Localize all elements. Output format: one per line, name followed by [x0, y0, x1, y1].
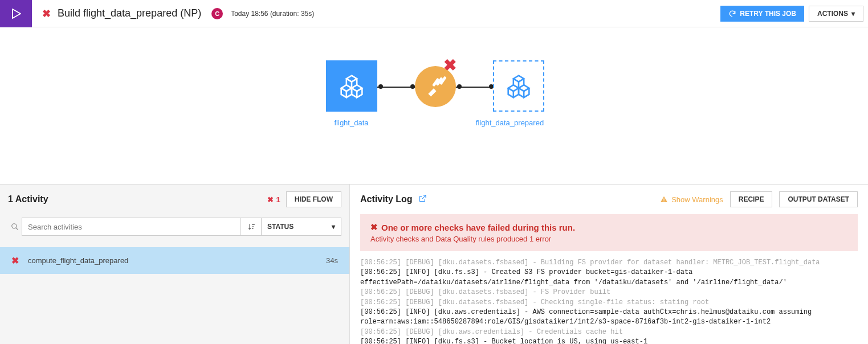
hide-flow-button[interactable]: HIDE FLOW: [286, 191, 341, 207]
activity-duration: 34s: [326, 256, 338, 265]
header-actions: RETRY THIS JOB ACTIONS ▾: [720, 6, 868, 22]
svg-rect-6: [664, 200, 665, 201]
run-timestamp: Today 18:56 (duration: 35s): [231, 10, 314, 18]
activities-header: 1 Activity ✖ 1 HIDE FLOW: [0, 185, 349, 214]
activities-panel: 1 Activity ✖ 1 HIDE FLOW STATUS: [0, 185, 350, 344]
retry-job-button[interactable]: RETRY THIS JOB: [720, 6, 804, 22]
flow-node-target[interactable]: flight_data_prepared: [484, 60, 553, 127]
log-line: [00:56:25] [INFO] [dku.fs.s3] - Created …: [360, 268, 787, 286]
prepare-recipe-icon: [425, 76, 446, 97]
flow-canvas[interactable]: flight_data ✖: [0, 27, 868, 184]
activity-row[interactable]: ✖ compute_flight_data_prepared 34s: [0, 247, 349, 274]
failed-count-value: 1: [276, 195, 280, 204]
alert-title-row: ✖ One or more checks have failed during …: [370, 222, 847, 232]
node-label: flight_data_prepared: [467, 118, 553, 127]
log-output[interactable]: [00:56:25] [DEBUG] [dku.datasets.fsbased…: [360, 258, 858, 344]
dataset-icon: [493, 60, 544, 112]
show-warnings-link[interactable]: Show Warnings: [660, 195, 723, 204]
activity-name: compute_flight_data_prepared: [28, 256, 326, 265]
user-avatar[interactable]: C: [211, 8, 223, 19]
log-line: [00:56:25] [INFO] [dku.fs.s3] - Bucket l…: [360, 338, 647, 344]
activity-log-panel: Activity Log Show Warnings RECIPE OUTPUT…: [350, 185, 868, 344]
svg-line-4: [16, 228, 18, 230]
svg-point-3: [12, 224, 17, 228]
log-title-area: Activity Log: [360, 194, 427, 204]
cubes-icon: [506, 73, 531, 99]
refresh-icon: [728, 10, 736, 18]
flow-node-source[interactable]: flight_data: [326, 60, 377, 127]
search-icon: [8, 223, 22, 231]
activities-filters: STATUS: [0, 214, 349, 239]
search-row: STATUS: [8, 218, 341, 236]
caret-down-icon: ▾: [851, 10, 855, 18]
sort-button[interactable]: [241, 218, 262, 236]
actions-dropdown[interactable]: ACTIONS ▾: [809, 6, 863, 22]
log-line: [00:56:25] [DEBUG] [dku.datasets.fsbased…: [360, 298, 709, 306]
retry-label: RETRY THIS JOB: [740, 10, 796, 18]
open-log-external-icon[interactable]: [418, 194, 427, 204]
status-label: STATUS: [267, 223, 294, 231]
dataset-icon: [326, 60, 377, 112]
node-label: flight_data: [326, 118, 377, 127]
log-line: [00:56:25] [INFO] [dku.aws.credentials] …: [360, 308, 816, 326]
search-activities-input[interactable]: [22, 218, 241, 236]
edge-dot: [378, 84, 383, 89]
header-bar: ✖ Build flight_data_prepared (NP) C Toda…: [0, 0, 868, 27]
activities-title: 1 Activity: [8, 194, 48, 204]
edge-dot: [410, 84, 415, 89]
cubes-icon: [339, 73, 364, 99]
x-icon: ✖: [370, 222, 378, 232]
log-line: [00:56:25] [DEBUG] [dku.aws.credentials]…: [360, 328, 623, 336]
log-actions: Show Warnings RECIPE OUTPUT DATASET: [660, 191, 858, 207]
warning-icon: [660, 195, 668, 203]
run-button[interactable]: [0, 0, 32, 27]
activities-header-right: ✖ 1 HIDE FLOW: [267, 191, 341, 207]
error-alert: ✖ One or more checks have failed during …: [360, 214, 858, 251]
actions-label: ACTIONS: [817, 10, 848, 18]
title-area: ✖ Build flight_data_prepared (NP) C Toda…: [32, 7, 720, 20]
log-header: Activity Log Show Warnings RECIPE OUTPUT…: [360, 191, 858, 207]
status-filter-dropdown[interactable]: STATUS: [262, 218, 341, 236]
x-icon: ✖: [267, 195, 274, 204]
recipe-error-icon: ✖: [443, 56, 457, 75]
edge-dot: [457, 84, 462, 89]
alert-title-text: One or more checks have failed during th…: [381, 223, 575, 232]
sort-icon: [247, 223, 255, 231]
lower-pane: 1 Activity ✖ 1 HIDE FLOW STATUS: [0, 184, 868, 344]
log-title: Activity Log: [360, 194, 413, 204]
status-failed-icon: ✖: [42, 7, 51, 20]
recipe-button[interactable]: RECIPE: [730, 191, 773, 207]
svg-rect-5: [664, 198, 665, 200]
alert-subtitle: Activity checks and Data Quality rules p…: [370, 235, 847, 243]
failed-count: ✖ 1: [267, 195, 280, 204]
activity-status-icon: ✖: [11, 255, 19, 266]
play-icon: [9, 7, 23, 21]
log-line: [00:56:25] [DEBUG] [dku.datasets.fsbased…: [360, 259, 820, 267]
flow-graph: flight_data ✖: [320, 60, 548, 151]
output-dataset-button[interactable]: OUTPUT DATASET: [779, 191, 858, 207]
show-warnings-label: Show Warnings: [671, 195, 723, 204]
page-title: Build flight_data_prepared (NP): [58, 7, 201, 19]
log-line: [00:56:25] [DEBUG] [dku.datasets.fsbased…: [360, 288, 610, 296]
